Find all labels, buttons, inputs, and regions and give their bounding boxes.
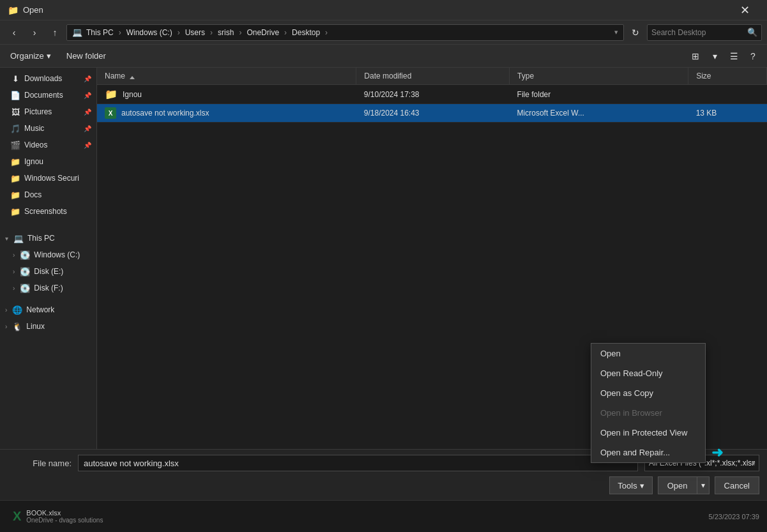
- table-row[interactable]: X autosave not working.xlsx 9/18/2024 16…: [97, 104, 767, 123]
- sidebar-item-documents[interactable]: 📄 Documents 📌: [0, 87, 96, 103]
- sidebar-item-pictures[interactable]: 🖼 Pictures 📌: [0, 103, 96, 120]
- up-button[interactable]: ↑: [46, 24, 64, 42]
- date-modified-cell: 9/18/2024 16:43: [356, 104, 510, 123]
- tools-arrow: ▾: [640, 481, 644, 490]
- sidebar-item-screenshots[interactable]: 📁 Screenshots: [0, 203, 96, 220]
- open-split: Open ▾: [658, 476, 710, 494]
- docs-label: Docs: [24, 190, 42, 199]
- sidebar-item-docs[interactable]: 📁 Docs: [0, 186, 96, 203]
- file-name-label: File name:: [8, 459, 72, 468]
- network-icon: 🌐: [12, 305, 22, 315]
- linux-icon: 🐧: [12, 321, 22, 331]
- sidebar-item-windows-c[interactable]: › 💽 Windows (C:): [0, 247, 96, 263]
- col-name[interactable]: Name: [97, 68, 356, 85]
- file-name-cell[interactable]: X autosave not working.xlsx: [97, 104, 356, 123]
- taskbar-filename: BOOK.xlsx: [26, 509, 103, 517]
- videos-label: Videos: [24, 141, 47, 149]
- col-type[interactable]: Type: [510, 68, 688, 85]
- dropdown-open-copy[interactable]: Open as Copy: [591, 383, 705, 403]
- ignou-label: Ignou: [24, 157, 43, 166]
- open-button[interactable]: Open: [658, 476, 697, 494]
- folder-icon: 📁: [105, 88, 118, 100]
- dropdown-open-protected[interactable]: Open in Protected View: [591, 423, 705, 443]
- window-close-button[interactable]: ✕: [730, 0, 759, 20]
- disk-f-label: Disk (F:): [34, 284, 63, 293]
- sidebar-item-linux[interactable]: › 🐧 Linux: [0, 318, 96, 335]
- address-desktop[interactable]: Desktop: [292, 28, 320, 37]
- file-table-header: Name Date modified Type Size: [97, 68, 767, 85]
- new-folder-label: New folder: [66, 51, 106, 61]
- ignou-icon: 📁: [10, 156, 20, 167]
- downloads-label: Downloads: [24, 74, 62, 83]
- title-bar: 📁 Open ✕: [0, 0, 767, 20]
- file-name: autosave not working.xlsx: [121, 109, 209, 118]
- new-folder-button[interactable]: New folder: [61, 49, 111, 63]
- organize-button[interactable]: Organize ▾: [5, 49, 56, 63]
- filename-input[interactable]: [78, 455, 638, 471]
- taskbar-file-item[interactable]: X BOOK.xlsx OneDrive - dvags solutions: [8, 506, 108, 526]
- sidebar-item-network[interactable]: › 🌐 Network: [0, 301, 96, 318]
- search-box[interactable]: 🔍: [647, 24, 762, 41]
- sidebar: ⬇ Downloads 📌 📄 Documents 📌 🖼 Pictures 📌…: [0, 68, 97, 481]
- taskbar-date: 5/23/2023 07:39: [708, 513, 759, 521]
- sidebar-item-videos[interactable]: 🎬 Videos 📌: [0, 137, 96, 153]
- type-cell: File folder: [510, 85, 688, 104]
- search-input[interactable]: [651, 28, 747, 37]
- dropdown-open-browser: Open in Browser: [591, 403, 705, 423]
- sidebar-item-music[interactable]: 🎵 Music 📌: [0, 120, 96, 137]
- organize-arrow: ▾: [47, 51, 51, 61]
- videos-icon: 🎬: [10, 140, 20, 150]
- sidebar-item-downloads[interactable]: ⬇ Downloads 📌: [0, 70, 96, 87]
- dropdown-open-readonly[interactable]: Open Read-Only: [591, 363, 705, 383]
- sidebar-item-disk-e[interactable]: › 💽 Disk (E:): [0, 263, 96, 280]
- disk-e-label: Disk (E:): [34, 267, 63, 276]
- sidebar-item-windows-security[interactable]: 📁 Windows Securi: [0, 170, 96, 186]
- sidebar-item-thispc[interactable]: ▾ 💻 This PC: [0, 230, 96, 247]
- size-cell: [688, 85, 767, 104]
- winsec-icon: 📁: [10, 173, 20, 183]
- file-name: Ignou: [123, 90, 142, 99]
- refresh-button[interactable]: ↻: [627, 24, 644, 42]
- disk-e-icon: 💽: [20, 266, 30, 277]
- search-icon: 🔍: [747, 27, 757, 37]
- forward-button[interactable]: ›: [26, 24, 43, 42]
- address-dropdown-arrow[interactable]: ▾: [614, 28, 618, 36]
- back-button[interactable]: ‹: [5, 24, 23, 42]
- address-bar[interactable]: 💻 This PC › Windows (C:) › Users › srish…: [66, 24, 624, 41]
- table-row[interactable]: 📁 Ignou 9/10/2024 17:38 File folder: [97, 85, 767, 104]
- size-cell: 13 KB: [688, 104, 767, 123]
- details-view-button[interactable]: ☰: [725, 47, 743, 65]
- open-dropdown-button[interactable]: ▾: [697, 476, 710, 494]
- address-users[interactable]: Users: [185, 28, 205, 37]
- help-button[interactable]: ?: [744, 47, 762, 65]
- window-title: Open: [23, 5, 43, 15]
- pictures-pin-icon: 📌: [84, 109, 91, 116]
- tools-button[interactable]: Tools ▾: [609, 476, 652, 494]
- dropdown-open-repair[interactable]: Open and Repair... ➜: [591, 443, 705, 462]
- file-name-cell[interactable]: 📁 Ignou: [97, 85, 356, 104]
- view-mode-button[interactable]: ⊞: [687, 47, 704, 65]
- view-dropdown-button[interactable]: ▾: [706, 47, 724, 65]
- taskbar-file-sub: OneDrive - dvags solutions: [26, 517, 103, 524]
- dropdown-open[interactable]: Open: [591, 344, 705, 363]
- address-srish[interactable]: srish: [218, 28, 234, 37]
- sidebar-item-disk-f[interactable]: › 💽 Disk (F:): [0, 280, 96, 296]
- col-date-modified[interactable]: Date modified: [356, 68, 510, 85]
- address-windows-c[interactable]: Windows (C:): [126, 28, 172, 37]
- address-onedrive[interactable]: OneDrive: [247, 28, 279, 37]
- col-size[interactable]: Size: [688, 68, 767, 85]
- taskbar-file-info: BOOK.xlsx OneDrive - dvags solutions: [26, 509, 103, 524]
- excel-icon: X: [105, 107, 116, 119]
- sort-indicator: [130, 74, 135, 79]
- window-icon: 📁: [8, 5, 18, 15]
- address-thispc[interactable]: This PC: [86, 28, 114, 37]
- action-row: Tools ▾ Open ▾ Cancel: [8, 476, 759, 494]
- taskbar-excel-icon: X: [13, 509, 21, 524]
- open-dropdown-menu: Open Open Read-Only Open as Copy Open in…: [591, 343, 706, 463]
- cancel-button[interactable]: Cancel: [715, 476, 759, 494]
- sidebar-item-ignou[interactable]: 📁 Ignou: [0, 153, 96, 170]
- music-icon: 🎵: [10, 123, 20, 133]
- music-pin-icon: 📌: [84, 125, 91, 132]
- documents-pin-icon: 📌: [84, 92, 91, 99]
- documents-icon: 📄: [10, 90, 20, 100]
